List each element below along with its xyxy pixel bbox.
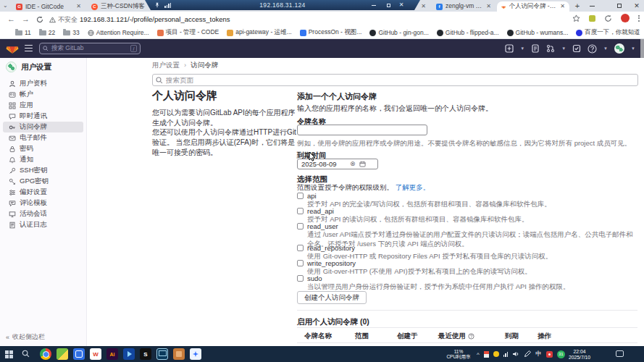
sidebar-item-auth-log[interactable]: 认证日志 bbox=[3, 219, 83, 230]
window-close-button[interactable]: ✕ bbox=[629, 0, 644, 12]
security-chip[interactable]: 不安全 bbox=[49, 15, 78, 25]
bookmark-star-icon[interactable] bbox=[572, 14, 580, 22]
address-url[interactable]: 192.168.31.121/-/profile/personal_access… bbox=[80, 15, 230, 23]
breadcrumb-parent[interactable]: 用户设置 bbox=[152, 61, 186, 70]
rdp-restore-button[interactable] bbox=[382, 0, 394, 10]
bookmark-item[interactable]: GitHub - gin-gon... bbox=[369, 29, 428, 36]
tray-icon[interactable] bbox=[546, 351, 553, 358]
collapse-sidebar-button[interactable]: 收起侧边栏 bbox=[6, 332, 45, 342]
sidebar-item-access-tokens[interactable]: 访问令牌 bbox=[3, 122, 83, 132]
gitlab-search[interactable]: 搜索 GitLab / bbox=[39, 43, 141, 54]
taskbar-search-icon[interactable] bbox=[22, 350, 30, 358]
scope-checkbox[interactable] bbox=[297, 275, 304, 282]
ime-indicator[interactable]: 中 bbox=[535, 350, 542, 358]
page-search-input[interactable] bbox=[166, 75, 635, 85]
chevron-down-icon[interactable]: ▼ bbox=[631, 46, 635, 51]
learn-more-link[interactable]: 了解更多。 bbox=[396, 183, 430, 191]
rdp-minimize-button[interactable] bbox=[368, 0, 380, 10]
sidebar-item-active-sessions[interactable]: 活动会话 bbox=[3, 209, 83, 219]
scope-checkbox[interactable] bbox=[297, 260, 304, 266]
info-question-icon[interactable] bbox=[468, 333, 474, 340]
tray-icon[interactable] bbox=[493, 351, 499, 357]
sync-icon[interactable] bbox=[604, 14, 612, 22]
taskbar-app-icon[interactable] bbox=[123, 348, 135, 360]
action-center-icon[interactable] bbox=[616, 350, 624, 357]
token-name-input[interactable] bbox=[297, 125, 427, 135]
back-icon[interactable]: ← bbox=[7, 14, 15, 24]
bookmark-item[interactable]: GitHub - wumans... bbox=[507, 29, 569, 36]
chevron-down-icon[interactable]: ▼ bbox=[520, 46, 524, 51]
forward-icon[interactable]: → bbox=[22, 14, 30, 24]
bookmark-item[interactable]: GitHub - flipped-a... bbox=[437, 29, 499, 36]
volume-icon[interactable] bbox=[512, 350, 519, 358]
taskbar-app-icon[interactable] bbox=[190, 348, 201, 360]
tab-close-icon[interactable]: ✕ bbox=[421, 4, 426, 9]
chevron-down-icon[interactable]: ▼ bbox=[561, 46, 566, 51]
taskbar-app-icon[interactable] bbox=[73, 348, 85, 360]
tab-list-chevron-icon[interactable]: ⌄ bbox=[3, 2, 8, 9]
tray-expand-icon[interactable]: ^ bbox=[477, 351, 480, 358]
bookmark-item[interactable]: ProcessOn - 视图... bbox=[300, 28, 362, 37]
page-search[interactable] bbox=[152, 74, 638, 86]
scope-checkbox[interactable] bbox=[297, 245, 304, 251]
bookmark-item[interactable]: 项目 - 管理 - CODE bbox=[157, 28, 219, 37]
sidebar-item-profile[interactable]: 用户资料 bbox=[3, 78, 83, 89]
sidebar-item-gpg-keys[interactable]: GPG密钥 bbox=[3, 176, 83, 187]
taskbar-app-icon[interactable] bbox=[140, 348, 151, 360]
bookmark-folder[interactable]: 11 bbox=[15, 29, 31, 36]
taskbar-app-terminal[interactable] bbox=[156, 348, 168, 360]
gitlab-logo[interactable] bbox=[6, 42, 19, 54]
window-maximize-button[interactable] bbox=[611, 0, 627, 12]
create-new-icon[interactable] bbox=[505, 44, 514, 53]
browser-menu-icon[interactable] bbox=[638, 15, 640, 22]
apps-grid-icon[interactable] bbox=[6, 30, 7, 36]
bookmark-item[interactable]: api-gateway - 运维... bbox=[227, 28, 291, 37]
extension-icon[interactable] bbox=[589, 15, 595, 22]
sidebar-item-preferences[interactable]: 偏好设置 bbox=[3, 187, 83, 198]
calendar-icon[interactable] bbox=[359, 161, 366, 167]
taskbar-app-illustrator[interactable] bbox=[106, 348, 118, 360]
bookmark-folder[interactable]: 33 bbox=[63, 29, 79, 36]
tab-close-icon[interactable]: ✕ bbox=[486, 4, 491, 9]
rdp-connection-bar[interactable]: 192.168.31.124 ✕ bbox=[145, 0, 420, 10]
sidebar-item-emails[interactable]: 电子邮件 bbox=[3, 132, 83, 143]
new-tab-button[interactable]: + bbox=[572, 1, 582, 11]
tab-close-icon[interactable]: ✕ bbox=[76, 4, 81, 9]
taskbar-app-wps[interactable] bbox=[90, 348, 101, 360]
profile-avatar[interactable] bbox=[621, 14, 630, 22]
sidebar-item-ssh-keys[interactable]: SSH密钥 bbox=[3, 165, 83, 176]
bookmark-item[interactable]: 百度一下，你就知道 bbox=[576, 28, 640, 37]
taskbar-clock[interactable]: 22:04 2025/7/10 bbox=[565, 349, 594, 361]
scope-checkbox[interactable] bbox=[297, 223, 304, 230]
bookmark-item[interactable]: Attention Require... bbox=[88, 29, 149, 36]
rdp-close-button[interactable]: ✕ bbox=[396, 0, 407, 10]
todo-icon[interactable] bbox=[572, 44, 581, 53]
tab-close-icon[interactable]: ✕ bbox=[560, 4, 565, 9]
clear-date-icon[interactable]: ⊗ bbox=[350, 161, 356, 167]
browser-tab-csdn[interactable]: 三种-CSDN博客 bbox=[87, 1, 149, 12]
reload-icon[interactable] bbox=[36, 16, 43, 23]
sidebar-item-password[interactable]: 密码 bbox=[3, 143, 83, 154]
tray-icon[interactable] bbox=[484, 351, 489, 358]
create-token-button[interactable]: 创建个人访问令牌 bbox=[297, 291, 367, 304]
tray-badge[interactable]: 31 bbox=[557, 350, 565, 358]
hamburger-menu-icon[interactable] bbox=[25, 45, 33, 51]
taskbar-app-chrome[interactable] bbox=[40, 348, 51, 360]
window-minimize-button[interactable] bbox=[584, 0, 600, 12]
pen-icon[interactable] bbox=[524, 350, 531, 358]
help-icon[interactable] bbox=[587, 44, 597, 54]
merge-request-icon[interactable] bbox=[546, 44, 555, 53]
issues-icon[interactable] bbox=[531, 44, 540, 53]
taskbar-app-icon[interactable] bbox=[57, 348, 68, 360]
start-button[interactable] bbox=[5, 350, 13, 358]
network-icon[interactable] bbox=[503, 352, 509, 357]
bookmark-folder[interactable]: 22 bbox=[39, 29, 55, 36]
scope-checkbox[interactable] bbox=[297, 208, 304, 214]
browser-tab-gitlab-active[interactable]: 个人访问令牌 - 用户设置 ✕ bbox=[497, 1, 569, 12]
sidebar-item-chat[interactable]: 即时通讯 bbox=[3, 111, 83, 122]
scope-checkbox[interactable] bbox=[297, 193, 304, 199]
sidebar-item-applications[interactable]: 应用 bbox=[3, 100, 83, 111]
cpu-usage-widget[interactable]: 11% CPU利用率 bbox=[442, 349, 475, 360]
sidebar-item-comment-templates[interactable]: 评论模板 bbox=[3, 198, 83, 209]
chevron-down-icon[interactable]: ▼ bbox=[603, 46, 608, 51]
